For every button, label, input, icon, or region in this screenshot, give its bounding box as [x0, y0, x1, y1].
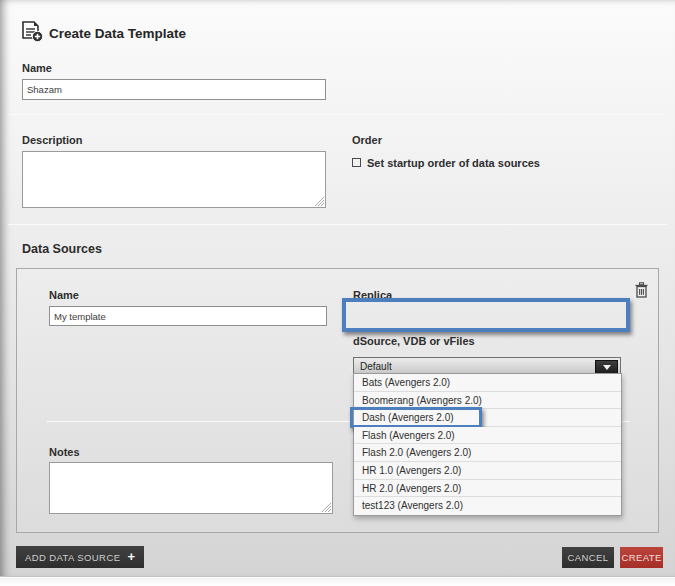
dsource-options-list: Bats (Avengers 2.0)Boomerang (Avengers 2… — [353, 373, 622, 516]
dsource-option[interactable]: Flash (Avengers 2.0) — [354, 427, 621, 445]
dsource-option[interactable]: Flash 2.0 (Avengers 2.0) — [354, 444, 621, 462]
replica-selected-value: Default — [360, 361, 392, 372]
create-button[interactable]: CREATE — [620, 547, 663, 568]
description-textarea[interactable] — [23, 152, 325, 207]
create-data-template-dialog: Create Data Template Name Description Or… — [0, 0, 675, 586]
source-name-label: Name — [49, 289, 79, 301]
resize-grip-icon[interactable] — [322, 503, 331, 512]
data-sources-heading: Data Sources — [22, 242, 102, 256]
cancel-button[interactable]: CANCEL — [562, 547, 614, 568]
replica-dropdown-arrow-icon[interactable] — [595, 360, 618, 374]
notes-label: Notes — [49, 446, 80, 458]
delete-data-source-icon[interactable] — [635, 282, 648, 302]
order-label: Order — [352, 134, 382, 146]
create-template-icon — [20, 21, 44, 43]
add-data-source-button[interactable]: ADD DATA SOURCE + — [16, 546, 144, 568]
plus-icon: + — [127, 552, 135, 562]
description-field-wrap — [22, 151, 326, 208]
resize-grip-icon[interactable] — [315, 197, 324, 206]
startup-order-checkbox[interactable] — [352, 158, 361, 167]
startup-order-checkbox-label: Set startup order of data sources — [367, 157, 540, 169]
replica-annotation-box — [342, 298, 630, 332]
data-source-card: Name Notes Replica Default dSource, VDB … — [16, 268, 659, 533]
notes-field-wrap — [49, 462, 333, 514]
dsource-option[interactable]: HR 2.0 (Avengers 2.0) — [354, 480, 621, 498]
dsource-label: dSource, VDB or vFiles — [353, 335, 475, 347]
notes-textarea[interactable] — [50, 463, 332, 513]
dsource-option[interactable]: Bats (Avengers 2.0) — [354, 374, 621, 392]
template-name-input[interactable] — [22, 79, 326, 100]
name-label: Name — [22, 62, 52, 74]
divider — [8, 114, 667, 115]
dsource-option[interactable]: HR 1.0 (Avengers 2.0) — [354, 462, 621, 480]
page-background-strip — [0, 578, 675, 586]
add-data-source-label: ADD DATA SOURCE — [25, 552, 120, 563]
page-title: Create Data Template — [49, 26, 186, 41]
dsource-option[interactable]: Dash (Avengers 2.0) — [354, 409, 621, 427]
description-label: Description — [22, 134, 83, 146]
modal-surface: Create Data Template Name Description Or… — [0, 0, 675, 577]
source-name-input[interactable] — [49, 306, 327, 326]
divider — [8, 224, 667, 225]
dsource-option[interactable]: test123 (Avengers 2.0) — [354, 497, 621, 515]
